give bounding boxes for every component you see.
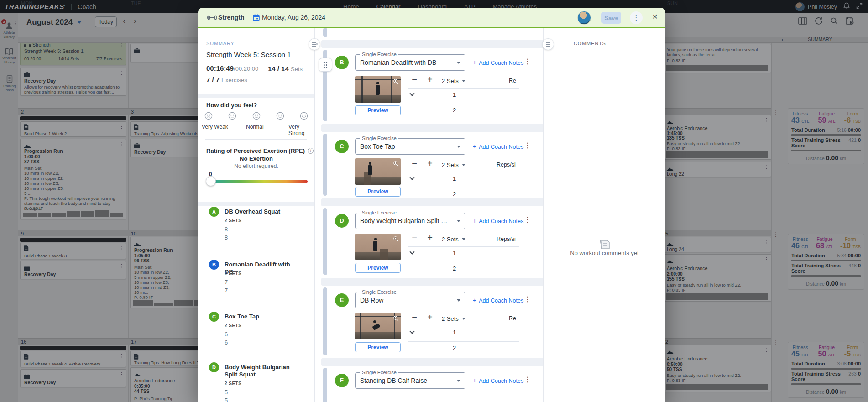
exercise-kebab-icon[interactable]: ⋮	[524, 375, 531, 384]
expand-set-icon[interactable]	[409, 91, 414, 96]
collapse-comments-panel-icon[interactable]	[542, 38, 554, 50]
exercise-sets: 2 SETS	[225, 323, 241, 328]
exercise-select[interactable]: Single Exercise Body Weight Bulgarian Sp…	[355, 213, 465, 229]
plus-icon: +	[473, 377, 476, 384]
rpe-value: No Exertion	[198, 155, 314, 162]
exercise-rep-value: 7	[225, 287, 228, 294]
add-coach-notes-button[interactable]: +Add Coach Notes	[473, 377, 523, 384]
exercise-letter-badge: A	[209, 207, 219, 217]
exercise-video-thumbnail[interactable]	[355, 313, 401, 339]
chevron-down-icon	[457, 146, 460, 148]
feel-label-normal: Normal	[246, 124, 264, 130]
exercise-select[interactable]: Single Exercise Box Toe Tap	[355, 138, 465, 155]
drag-handle[interactable]	[319, 58, 332, 72]
close-icon[interactable]: ×	[649, 11, 660, 22]
rpe-slider-track[interactable]	[211, 180, 308, 183]
modal-header: Strength Monday, Aug 26, 2024 Save ⋮ ×	[198, 8, 665, 28]
feel-weak-icon[interactable]	[228, 112, 236, 120]
exercise-card-d: D Single Exercise Body Weight Bulgarian …	[315, 206, 543, 278]
exercise-name: Body Weight Bulgarian Split Squat	[225, 364, 298, 378]
add-coach-notes-button[interactable]: +Add Coach Notes	[473, 297, 523, 304]
info-icon[interactable]: i	[308, 148, 314, 154]
increase-sets-button[interactable]: +	[426, 158, 434, 169]
exercise-kebab-icon[interactable]: ⋮	[524, 215, 531, 224]
exercise-type-label: Single Exercise	[360, 210, 398, 215]
chevron-down-icon	[457, 62, 460, 64]
exercise-card-e: E Single Exercise DB Row +Add Coach Note…	[315, 286, 543, 358]
expand-set-icon[interactable]	[409, 249, 414, 254]
workout-modal: Strength Monday, Aug 26, 2024 Save ⋮ × S…	[198, 8, 665, 402]
exercise-letter-badge: E	[335, 293, 349, 307]
exercise-letter-badge: D	[209, 362, 219, 372]
sets-dropdown[interactable]: 2 Sets	[442, 162, 465, 168]
sets-dropdown[interactable]: 2 Sets	[442, 236, 465, 243]
sets-dropdown[interactable]: 2 Sets	[442, 78, 465, 84]
comments-empty-text: No workout comments yet	[544, 250, 665, 256]
decrease-sets-button[interactable]: −	[410, 233, 418, 243]
feel-very-strong-icon[interactable]	[300, 112, 308, 120]
plus-icon: +	[473, 143, 476, 150]
preview-button[interactable]: Preview	[355, 342, 401, 352]
exercise-video-thumbnail[interactable]	[355, 234, 401, 260]
expand-set-icon[interactable]	[409, 175, 414, 180]
set-number: 2	[453, 191, 456, 198]
exercise-select[interactable]: Single Exercise DB Row	[355, 292, 465, 308]
workout-date[interactable]: Monday, Aug 26, 2024	[262, 14, 325, 21]
chevron-down-icon	[462, 164, 465, 166]
exercise-rep-value: 6	[225, 331, 228, 338]
workout-name: Strength Week 5: Session 1	[206, 51, 291, 58]
rpe-slider-handle[interactable]	[206, 176, 216, 186]
exercise-select-value: Box Toe Tap	[360, 143, 451, 150]
zoom-in-icon[interactable]	[393, 235, 399, 244]
comments-label: COMMENTS	[574, 41, 606, 46]
set-number: 1	[453, 91, 456, 98]
chevron-down-icon	[457, 299, 460, 302]
exercise-kebab-icon[interactable]: ⋮	[524, 295, 531, 303]
collapse-summary-panel-icon[interactable]	[309, 38, 320, 50]
exercise-rep-value: 8	[225, 234, 228, 241]
athlete-avatar[interactable]	[577, 11, 591, 25]
zoom-in-icon[interactable]	[393, 78, 399, 86]
feel-normal-icon[interactable]	[252, 112, 261, 120]
feel-strong-icon[interactable]	[276, 112, 284, 120]
decrease-sets-button[interactable]: −	[410, 74, 418, 85]
add-coach-notes-button[interactable]: +Add Coach Notes	[473, 143, 523, 150]
modal-kebab-icon[interactable]: ⋮	[630, 11, 643, 24]
feel-very-weak-icon[interactable]	[204, 112, 213, 120]
dumbbell-icon	[207, 14, 217, 22]
exercise-select-value: DB Row	[360, 297, 451, 304]
exercise-kebab-icon[interactable]: ⋮	[524, 57, 531, 66]
increase-sets-button[interactable]: +	[426, 312, 434, 323]
workout-type-label: Strength	[218, 14, 245, 21]
plus-icon: +	[473, 59, 476, 66]
preview-button[interactable]: Preview	[355, 263, 401, 273]
exercise-select[interactable]: Single Exercise Romanian Deadlift with D…	[355, 54, 465, 71]
zoom-in-icon[interactable]	[393, 315, 399, 323]
exercise-select-value: Body Weight Bulgarian Split Sq...	[360, 217, 451, 224]
summary-panel: SUMMARY Strength Week 5: Session 1 00:16…	[198, 28, 315, 402]
exercise-video-thumbnail[interactable]	[355, 158, 401, 185]
zoom-in-icon[interactable]	[393, 160, 399, 168]
exercise-select[interactable]: Single Exercise Standing DB Calf Raise	[355, 372, 465, 389]
increase-sets-button[interactable]: +	[426, 233, 434, 243]
sets-dropdown[interactable]: 2 Sets	[442, 315, 465, 322]
set-number: 1	[453, 329, 456, 336]
decrease-sets-button[interactable]: −	[410, 312, 418, 323]
preview-button[interactable]: Preview	[355, 187, 401, 197]
exercise-rep-value: 5	[225, 389, 228, 396]
exercise-video-thumbnail[interactable]	[355, 76, 401, 103]
plus-icon: +	[473, 217, 476, 224]
preview-button[interactable]: Preview	[355, 105, 401, 115]
save-button[interactable]: Save	[601, 12, 621, 24]
decrease-sets-button[interactable]: −	[410, 158, 418, 169]
exercise-name: DB Overhead Squat	[225, 208, 298, 215]
add-coach-notes-button[interactable]: +Add Coach Notes	[473, 217, 523, 224]
increase-sets-button[interactable]: +	[426, 74, 434, 85]
exercise-rep-value: 6	[225, 339, 228, 346]
expand-set-icon[interactable]	[409, 329, 414, 334]
time-planned: /00:20:00	[234, 65, 258, 72]
exercises-label: Exercises	[221, 77, 247, 84]
add-coach-notes-button[interactable]: +Add Coach Notes	[473, 59, 523, 66]
rpe-description: No effort required.	[198, 163, 314, 169]
exercise-kebab-icon[interactable]: ⋮	[524, 141, 531, 150]
